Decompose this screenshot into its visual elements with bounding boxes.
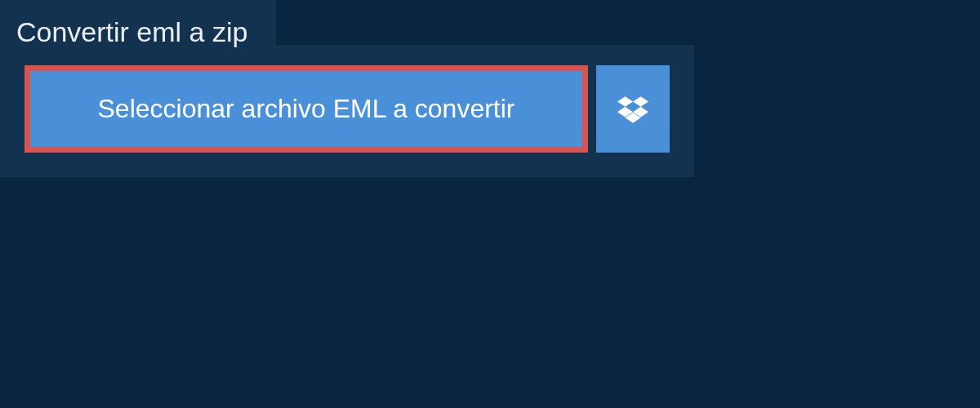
converter-panel: Convertir eml a zip Seleccionar archivo … [0,45,694,177]
button-row: Seleccionar archivo EML a convertir [24,65,670,153]
select-file-label: Seleccionar archivo EML a convertir [97,94,514,124]
dropbox-button[interactable] [596,65,670,153]
content-area: Seleccionar archivo EML a convertir [0,45,694,177]
dropbox-icon [617,94,648,125]
tab-title: Convertir eml a zip [0,0,276,63]
select-file-button[interactable]: Seleccionar archivo EML a convertir [24,65,588,153]
